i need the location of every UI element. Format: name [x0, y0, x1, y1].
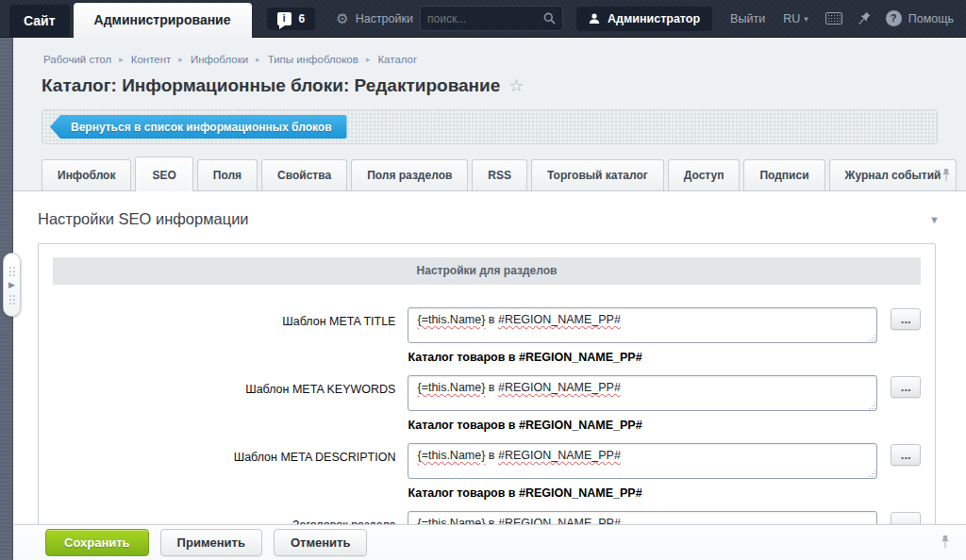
help-menu[interactable]: ? Помощь — [886, 10, 954, 26]
breadcrumb-item-infoblock-types[interactable]: Типы инфоблоков — [268, 54, 358, 65]
template-builder-button[interactable]: ... — [891, 444, 921, 466]
meta-description-textarea[interactable]: {=this.Name} в #REGION_NAME_PP# — [408, 443, 877, 479]
template-text: в — [485, 381, 498, 394]
settings-menu[interactable]: ⚙ Настройки — [336, 11, 413, 25]
tab-properties[interactable]: Свойства — [261, 159, 347, 190]
meta-keywords-textarea[interactable]: {=this.Name} в #REGION_NAME_PP# — [408, 375, 877, 411]
tab-section-fields[interactable]: Поля разделов — [351, 159, 468, 190]
tab-access[interactable]: Доступ — [668, 159, 741, 190]
content-panel: Настройки SEO информации ▼ Настройки для… — [13, 191, 966, 560]
form-footer: Сохранить Применить Отменить — [14, 524, 966, 560]
form-rows: Шаблон META TITLE {=this.Name} в #REGION… — [53, 307, 921, 547]
notifications-count: 6 — [299, 12, 306, 25]
template-example: Каталог товаров в #REGION_NAME_PP# — [408, 351, 877, 364]
row-meta-keywords: Шаблон META KEYWORDS {=this.Name} в #REG… — [53, 375, 921, 439]
back-to-list-button[interactable]: Вернуться в список информационных блоков — [50, 115, 347, 139]
breadcrumb: Рабочий стол ▸ Контент ▸ Инфоблоки ▸ Тип… — [13, 38, 966, 65]
notifications-badge[interactable]: i 6 — [267, 8, 316, 30]
main-area: Рабочий стол ▸ Контент ▸ Инфоблоки ▸ Тип… — [13, 38, 966, 560]
breadcrumb-item-desktop[interactable]: Рабочий стол — [43, 54, 111, 65]
field-label: Шаблон META DESCRIPTION — [53, 443, 408, 507]
pin-footer-icon[interactable] — [941, 535, 950, 549]
section-title: Настройки SEO информации — [38, 210, 249, 228]
user-menu-button[interactable]: Администратор — [576, 7, 712, 31]
pin-tabs-icon[interactable] — [941, 168, 951, 182]
page-title: Каталог: Информационные блоки: Редактиро… — [42, 75, 500, 96]
section-header: Настройки SEO информации ▼ — [13, 191, 966, 228]
row-meta-title: Шаблон META TITLE {=this.Name} в #REGION… — [53, 307, 921, 371]
template-token: #REGION_NAME_PP# — [498, 313, 621, 326]
template-text: в — [485, 313, 498, 326]
search-box — [420, 6, 563, 31]
breadcrumb-arrow-icon: ▸ — [366, 55, 371, 64]
search-icon[interactable] — [543, 12, 556, 25]
user-icon — [589, 13, 600, 25]
field-column: {=this.Name} в #REGION_NAME_PP# Каталог … — [408, 307, 877, 371]
apply-button[interactable]: Применить — [160, 529, 262, 556]
page-wrap: ▶ Рабочий стол ▸ Контент ▸ Инфоблоки ▸ Т… — [0, 38, 966, 560]
question-icon: ? — [886, 10, 902, 26]
breadcrumb-arrow-icon: ▸ — [119, 55, 124, 64]
field-label: Шаблон META TITLE — [53, 307, 408, 371]
sidebar-expand-handle[interactable]: ▶ — [3, 253, 21, 317]
favorite-star-icon[interactable]: ☆ — [508, 77, 524, 94]
help-label: Помощь — [908, 12, 954, 25]
logout-link[interactable]: Выйти — [730, 12, 765, 25]
template-token: {=this.Name} — [417, 381, 485, 394]
gear-icon: ⚙ — [336, 11, 348, 25]
page-title-row: Каталог: Информационные блоки: Редактиро… — [42, 75, 938, 96]
field-column: {=this.Name} в #REGION_NAME_PP# Каталог … — [408, 375, 877, 439]
expand-arrow-icon: ▶ — [8, 281, 15, 289]
handle-dots-bottom — [8, 294, 15, 305]
search-input[interactable] — [427, 12, 543, 25]
breadcrumb-item-content[interactable]: Контент — [131, 54, 172, 65]
language-selector[interactable]: RU ▾ — [783, 12, 808, 25]
collapse-section-icon[interactable]: ▼ — [929, 214, 940, 225]
cancel-button[interactable]: Отменить — [274, 529, 368, 556]
template-text: в — [485, 449, 498, 462]
template-token: #REGION_NAME_PP# — [498, 381, 621, 394]
row-meta-description: Шаблон META DESCRIPTION {=this.Name} в #… — [53, 443, 921, 507]
language-label: RU — [783, 12, 800, 25]
user-name: Администратор — [608, 12, 700, 25]
breadcrumb-arrow-icon: ▸ — [178, 55, 183, 64]
breadcrumb-item-catalog[interactable]: Каталог — [377, 54, 417, 65]
tab-rss[interactable]: RSS — [472, 159, 527, 190]
template-builder-button[interactable]: ... — [891, 308, 921, 330]
meta-title-textarea[interactable]: {=this.Name} в #REGION_NAME_PP# — [408, 307, 877, 343]
template-token: #REGION_NAME_PP# — [498, 449, 621, 462]
breadcrumb-item-infoblocks[interactable]: Инфоблоки — [191, 54, 248, 65]
settings-label: Настройки — [356, 12, 413, 25]
tab-event-log[interactable]: Журнал событий — [829, 159, 958, 190]
tab-site[interactable]: Сайт — [9, 5, 70, 38]
chevron-down-icon: ▾ — [804, 14, 808, 24]
info-bubble-icon: i — [277, 12, 291, 25]
template-token: {=this.Name} — [417, 449, 485, 462]
tab-fields[interactable]: Поля — [197, 159, 258, 190]
field-label: Шаблон META KEYWORDS — [53, 375, 408, 439]
tab-commerce-catalog[interactable]: Торговый каталог — [531, 159, 664, 190]
pin-icon[interactable] — [855, 9, 873, 27]
breadcrumb-arrow-icon: ▸ — [256, 55, 260, 64]
field-column: {=this.Name} в #REGION_NAME_PP# Каталог … — [408, 443, 877, 507]
tab-seo[interactable]: SEO — [135, 156, 192, 191]
template-builder-button[interactable]: ... — [891, 376, 921, 398]
hotkeys-icon[interactable] — [825, 12, 842, 25]
template-example: Каталог товаров в #REGION_NAME_PP# — [408, 419, 877, 432]
tab-captions[interactable]: Подписи — [743, 159, 824, 190]
tabs-row: Инфоблок SEO Поля Свойства Поля разделов… — [13, 156, 966, 191]
save-button[interactable]: Сохранить — [45, 529, 149, 556]
template-example: Каталог товаров в #REGION_NAME_PP# — [408, 486, 877, 500]
topbar: Сайт Администрирование i 6 ⚙ Настройки А… — [0, 0, 966, 38]
seo-form: Настройки для разделов Шаблон META TITLE… — [38, 243, 936, 560]
handle-dots-top — [8, 266, 15, 276]
tab-infoblock[interactable]: Инфоблок — [42, 159, 131, 190]
template-token: {=this.Name} — [417, 313, 485, 326]
group-header-sections: Настройки для разделов — [53, 257, 921, 285]
tab-administration[interactable]: Администрирование — [74, 3, 252, 38]
context-toolbar: Вернуться в список информационных блоков — [42, 109, 938, 144]
